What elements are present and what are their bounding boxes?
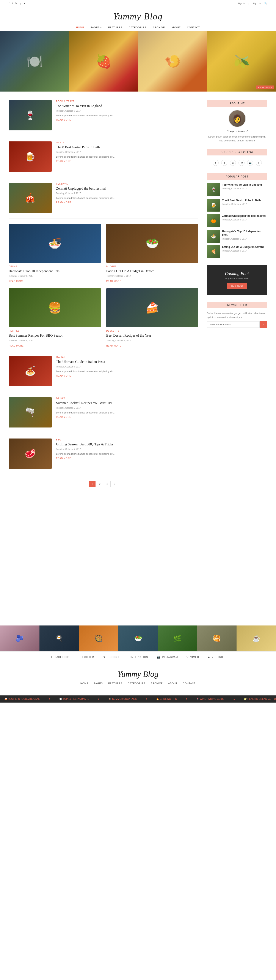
- post-item-3[interactable]: 🎪 FESTIVAL Zermatt Unplugged the best fe…: [9, 183, 198, 218]
- nav-home[interactable]: HOME: [76, 26, 84, 29]
- pagination: 1 2 3 ›: [9, 481, 198, 487]
- page-btn-next[interactable]: ›: [112, 481, 118, 487]
- post-category-1: FOOD & TRAVEL: [56, 100, 198, 103]
- linkedin-icon[interactable]: in: [15, 2, 17, 5]
- post-excerpt-10: Lorem ipsum dolor sit amet, consectetur …: [56, 452, 198, 456]
- page-btn-2[interactable]: 2: [97, 481, 103, 487]
- popular-post-date-4: Tuesday, October 5, 2017: [222, 238, 267, 240]
- footer-youtube-label: YOUTUBE: [212, 656, 225, 658]
- google-icon[interactable]: g: [20, 2, 21, 5]
- sign-up-link[interactable]: Sign Up: [252, 2, 261, 5]
- popular-post-date-5: Tuesday, October 5, 2017: [222, 250, 267, 252]
- popular-post-thumb-img-5: 🍕: [207, 245, 220, 258]
- grid-read-more-6[interactable]: READ MORE: [9, 345, 24, 347]
- nav-categories[interactable]: CATEGORIES: [129, 26, 146, 29]
- popular-post-title-5: Eating Out On A Budget in Oxford: [222, 245, 267, 249]
- grid-post-img-inner-5: 🥗: [106, 224, 198, 263]
- grid-post-5[interactable]: 🥗 BUDGET Eating Out On A Budget in Oxfor…: [106, 224, 198, 283]
- post-item-1[interactable]: 🍷 FOOD & TRAVEL Top Wineries To Visit in…: [9, 100, 198, 136]
- footer-nav-features[interactable]: FEATURES: [108, 682, 122, 685]
- popular-post-5[interactable]: 🍕 Eating Out On A Budget in Oxford Tuesd…: [207, 245, 267, 258]
- footer-nav-about[interactable]: ABOUT: [168, 682, 178, 685]
- read-more-2[interactable]: READ MORE: [56, 160, 71, 162]
- circle-icon[interactable]: ●: [24, 2, 25, 5]
- post-content-1: FOOD & TRAVEL Top Wineries To Visit in E…: [56, 100, 198, 130]
- footer-nav-pages[interactable]: PAGES: [94, 682, 103, 685]
- read-more-3[interactable]: READ MORE: [56, 201, 71, 204]
- footer-vimeo-label: VIMEO: [190, 656, 199, 658]
- post-item-10[interactable]: 🥩 BBQ Grilling Season: Best BBQ Tips & T…: [9, 439, 198, 474]
- hero-image-4[interactable]: 🫒 AD PATTERN: [207, 31, 276, 92]
- read-more-9[interactable]: READ MORE: [56, 416, 71, 418]
- ticker-item-5: 🍷 WINE PAIRING GUIDE: [196, 698, 224, 700]
- read-more-1[interactable]: READ MORE: [56, 119, 71, 121]
- grid-read-more-5[interactable]: READ MORE: [106, 280, 121, 282]
- grid-read-more-7[interactable]: READ MORE: [106, 345, 121, 347]
- subscribe-vimeo-btn[interactable]: V: [256, 160, 262, 166]
- footer-facebook[interactable]: f FACEBOOK: [51, 655, 70, 659]
- footer-twitter[interactable]: t TWITTER: [78, 655, 94, 659]
- nav-contact[interactable]: CONTACT: [187, 26, 200, 29]
- subscribe-instagram-btn[interactable]: 📷: [247, 160, 253, 166]
- post-image-10: 🥩: [9, 439, 52, 469]
- subscribe-facebook-btn[interactable]: f: [213, 160, 219, 166]
- subscribe-widget-title: Subscribe & Follow: [207, 149, 267, 156]
- popular-post-1[interactable]: 🍷 Top Wineries To Visit in England Tuesd…: [207, 183, 267, 196]
- footer-nav-home[interactable]: HOME: [81, 682, 89, 685]
- newsletter-email-input[interactable]: [207, 321, 260, 328]
- page-btn-3[interactable]: 3: [104, 481, 111, 487]
- footer-youtube[interactable]: ▶ YOUTUBE: [208, 655, 225, 659]
- footer-vimeo[interactable]: V VIMEO: [187, 655, 199, 659]
- subscribe-twitter-btn[interactable]: t: [221, 160, 227, 166]
- read-more-8[interactable]: READ MORE: [56, 375, 71, 377]
- post-item-2[interactable]: 🍺 GASTRO The 8 Best Gastro Pubs In Bath …: [9, 142, 198, 177]
- post-item-9[interactable]: 🫗 DRINKS Summer Cocktail Recipes You Mus…: [9, 397, 198, 433]
- subscribe-email-btn[interactable]: ✉: [238, 160, 244, 166]
- popular-post-date-3: Tuesday, October 5, 2017: [222, 218, 267, 221]
- site-header: Yummy Blog: [0, 7, 276, 24]
- popular-post-title-1: Top Wineries To Visit in England: [222, 183, 267, 187]
- grid-post-6[interactable]: 🍔 RECIPES Best Summer Recipes For BBQ Se…: [9, 288, 101, 347]
- subscribe-google-btn[interactable]: G: [230, 160, 236, 166]
- grid-post-4[interactable]: 🍜 DINING Harrogate's Top 10 Independent …: [9, 224, 101, 283]
- popular-post-info-1: Top Wineries To Visit in England Tuesday…: [222, 183, 267, 190]
- footer-linkedin[interactable]: in LINKEDIN: [130, 655, 148, 659]
- post-date-8: Tuesday, October 5, 2017: [56, 366, 198, 368]
- hero-image-2[interactable]: 🍓: [69, 31, 138, 92]
- nav-archive[interactable]: ARCHIVE: [153, 26, 165, 29]
- newsletter-submit-button[interactable]: →: [260, 321, 267, 328]
- nav-pages[interactable]: PAGES: [90, 26, 102, 29]
- grid-post-img-4: 🍜: [9, 224, 101, 263]
- facebook-icon[interactable]: f: [9, 2, 10, 5]
- footer-main: Yummy Blog HOME PAGES FEATURES CATEGORIE…: [0, 663, 276, 695]
- post-item-8[interactable]: 🍝 ITALIAN The Ultimate Guide to Italian …: [9, 356, 198, 392]
- popular-post-4[interactable]: 🍜 Harrogate's Top 10 Independent Eats Tu…: [207, 230, 267, 243]
- footer-nav-archive[interactable]: ARCHIVE: [151, 682, 163, 685]
- twitter-icon[interactable]: t: [12, 2, 13, 5]
- post-excerpt-8: Lorem ipsum dolor sit amet, consectetur …: [56, 370, 198, 374]
- post-image-inner-8: 🍝: [9, 356, 52, 386]
- post-excerpt-2: Lorem ipsum dolor sit amet, consectetur …: [56, 155, 198, 159]
- popular-post-3[interactable]: 🍊 Zermatt Unplugged the best festival Tu…: [207, 214, 267, 227]
- grid-post-7[interactable]: 🍰 DESSERTS Best Dessert Recipes of the Y…: [106, 288, 198, 347]
- read-more-10[interactable]: READ MORE: [56, 457, 71, 460]
- post-emoji-3: 🎪: [25, 193, 36, 203]
- sign-in-link[interactable]: Sign In: [238, 2, 245, 5]
- footer-nav-contact[interactable]: CONTACT: [183, 682, 195, 685]
- hero-images-container: 🍽️ 🍓 🍤 🫒 AD PATTERN: [0, 31, 276, 92]
- popular-post-info-2: The 8 Best Gastro Pubs In Bath Tuesday, …: [222, 199, 267, 205]
- nav-features[interactable]: FEATURES: [108, 26, 122, 29]
- footer-instagram[interactable]: 📷 INSTAGRAM: [157, 655, 178, 659]
- popular-post-2[interactable]: 🍺 The 8 Best Gastro Pubs In Bath Tuesday…: [207, 199, 267, 212]
- hero-image-1[interactable]: 🍽️: [0, 31, 69, 92]
- hero-image-3[interactable]: 🍤: [138, 31, 207, 92]
- popular-posts-widget: Popular Post 🍷 Top Wineries To Visit in …: [207, 173, 267, 258]
- buy-now-button[interactable]: BUY NOW: [227, 283, 247, 289]
- grid-read-more-4[interactable]: READ MORE: [9, 280, 24, 282]
- footer-google[interactable]: G+ GOOGLE+: [103, 655, 122, 659]
- search-icon[interactable]: 🔍: [264, 2, 267, 5]
- nav-about[interactable]: ABOUT: [171, 26, 181, 29]
- footer-nav-categories[interactable]: CATEGORIES: [128, 682, 145, 685]
- page-btn-1[interactable]: 1: [89, 481, 95, 487]
- ticker-item-1: 🍰 RECIPE: CHOCOLATE CAKE: [4, 698, 40, 700]
